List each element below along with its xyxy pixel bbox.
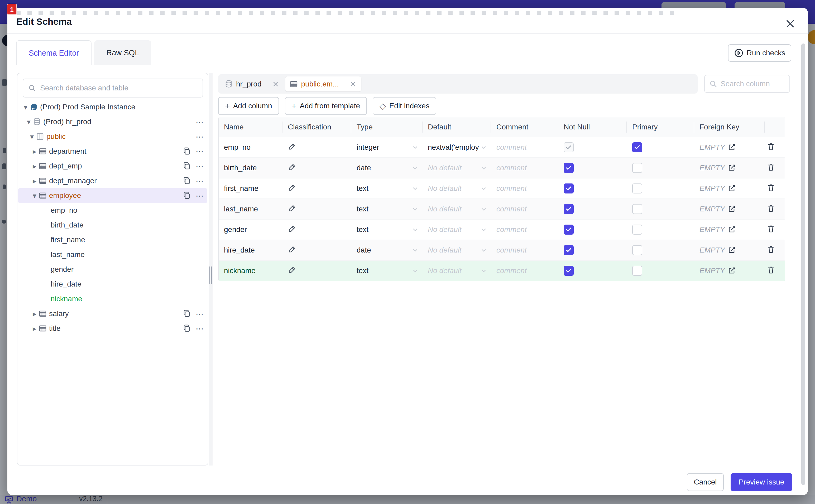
not-null-checkbox[interactable] [564, 163, 574, 173]
more-actions-icon[interactable]: ⋯ [192, 147, 207, 156]
default-cell[interactable]: No default [423, 157, 491, 178]
edit-classification-icon[interactable] [288, 245, 296, 254]
expand-arrow-icon[interactable]: ▾ [28, 132, 36, 141]
delete-row-icon[interactable] [767, 163, 775, 172]
type-cell[interactable]: text [351, 178, 423, 198]
more-actions-icon[interactable]: ⋯ [192, 309, 207, 318]
cancel-button[interactable]: Cancel [687, 473, 724, 491]
not-null-checkbox[interactable] [564, 183, 574, 193]
primary-checkbox[interactable] [632, 204, 642, 214]
close-dialog-button[interactable] [784, 18, 796, 30]
primary-checkbox[interactable] [632, 266, 642, 276]
edit-classification-icon[interactable] [288, 163, 296, 171]
edit-classification-icon[interactable] [288, 142, 296, 151]
expand-arrow-icon[interactable]: ▾ [22, 103, 30, 112]
edit-classification-icon[interactable] [288, 183, 296, 192]
tree-item[interactable]: nickname ⋯ [18, 292, 207, 306]
not-null-checkbox[interactable] [564, 204, 574, 214]
tree-item[interactable]: birth_date ⋯ [18, 218, 207, 232]
tree-item[interactable]: ▸ title ⋯ [18, 321, 207, 336]
tree-item[interactable]: ▾ (Prod) hr_prod ⋯ [18, 114, 207, 129]
tree-item[interactable]: gender ⋯ [18, 262, 207, 277]
close-chip-icon[interactable] [349, 80, 357, 88]
type-cell[interactable]: integer [351, 137, 423, 157]
expand-arrow-icon[interactable]: ▾ [31, 191, 38, 200]
edit-foreign-key-icon[interactable] [727, 205, 736, 213]
delete-row-icon[interactable] [767, 224, 775, 233]
column-name-cell[interactable]: last_name [219, 198, 282, 219]
more-actions-icon[interactable]: ⋯ [192, 117, 207, 127]
comment-cell[interactable]: comment [491, 260, 558, 281]
copy-table-icon[interactable] [181, 309, 192, 318]
comment-cell[interactable]: comment [491, 178, 558, 198]
type-cell[interactable]: text [351, 219, 423, 240]
copy-table-icon[interactable] [181, 324, 192, 333]
tree-item[interactable]: ▸ department ⋯ [18, 144, 207, 159]
type-cell[interactable]: text [351, 260, 423, 281]
edit-foreign-key-icon[interactable] [727, 143, 736, 152]
column-name-cell[interactable]: hire_date [219, 240, 282, 260]
panel-resize-handle[interactable] [209, 73, 212, 466]
default-cell[interactable]: nextval('employ [423, 137, 491, 157]
column-name-cell[interactable]: birth_date [219, 157, 282, 178]
edit-foreign-key-icon[interactable] [727, 246, 736, 254]
expand-arrow-icon[interactable]: ▸ [31, 177, 38, 185]
comment-cell[interactable]: comment [491, 157, 558, 178]
expand-arrow-icon[interactable]: ▾ [25, 118, 33, 126]
expand-arrow-icon[interactable]: ▸ [31, 147, 38, 156]
tab-raw-sql[interactable]: Raw SQL [94, 40, 151, 65]
default-cell[interactable]: No default [423, 178, 491, 198]
copy-table-icon[interactable] [181, 147, 192, 156]
default-cell[interactable]: No default [423, 240, 491, 260]
default-cell[interactable]: No default [423, 260, 491, 281]
action-button[interactable]: + Add from template [285, 97, 367, 115]
not-null-checkbox[interactable] [564, 225, 574, 235]
tree-item[interactable]: ▸ dept_manager ⋯ [18, 173, 207, 188]
column-name-cell[interactable]: first_name [219, 178, 282, 198]
delete-row-icon[interactable] [767, 265, 775, 274]
not-null-checkbox[interactable] [564, 245, 574, 255]
primary-checkbox[interactable] [632, 183, 642, 193]
tree-search-input[interactable]: Search database and table [23, 79, 203, 98]
edit-classification-icon[interactable] [288, 204, 296, 212]
close-chip-icon[interactable] [272, 80, 279, 88]
edit-foreign-key-icon[interactable] [727, 164, 736, 172]
action-button[interactable]: ◇ Edit indexes [373, 97, 436, 115]
type-cell[interactable]: date [351, 240, 423, 260]
delete-row-icon[interactable] [767, 204, 775, 213]
tree-item[interactable]: emp_no ⋯ [18, 203, 207, 218]
primary-checkbox[interactable] [632, 163, 642, 173]
edit-classification-icon[interactable] [288, 225, 296, 233]
more-actions-icon[interactable]: ⋯ [192, 324, 207, 333]
column-name-cell[interactable]: emp_no [219, 137, 282, 157]
editor-tab-chip[interactable]: hr_prod [220, 76, 284, 91]
edit-foreign-key-icon[interactable] [727, 225, 736, 234]
copy-table-icon[interactable] [181, 177, 192, 185]
not-null-checkbox[interactable] [564, 266, 574, 276]
expand-arrow-icon[interactable]: ▸ [31, 162, 38, 171]
comment-cell[interactable]: comment [491, 240, 558, 260]
edit-classification-icon[interactable] [288, 266, 296, 274]
primary-checkbox[interactable] [632, 142, 642, 152]
tree-item[interactable]: ▸ dept_emp ⋯ [18, 159, 207, 173]
tab-schema-editor[interactable]: Schema Editor [16, 40, 91, 65]
action-button[interactable]: + Add column [218, 97, 279, 115]
delete-row-icon[interactable] [767, 142, 775, 151]
primary-checkbox[interactable] [632, 245, 642, 255]
column-search-input[interactable]: Search column [704, 75, 790, 93]
tree-item[interactable]: ▾ (Prod) Prod Sample Instance ⋯ [18, 100, 207, 114]
tree-item[interactable]: ▾ public ⋯ [18, 129, 207, 144]
default-cell[interactable]: No default [423, 198, 491, 219]
default-cell[interactable]: No default [423, 219, 491, 240]
comment-cell[interactable]: comment [491, 137, 558, 157]
more-actions-icon[interactable]: ⋯ [192, 176, 207, 186]
preview-issue-button[interactable]: Preview issue [731, 473, 792, 491]
more-actions-icon[interactable]: ⋯ [192, 132, 207, 141]
tree-item[interactable]: hire_date ⋯ [18, 277, 207, 292]
tree-item[interactable]: ▾ employee ⋯ [18, 188, 207, 203]
expand-arrow-icon[interactable]: ▸ [31, 309, 38, 318]
dialog-scrollbar[interactable] [801, 43, 805, 485]
edit-foreign-key-icon[interactable] [727, 266, 736, 275]
editor-tab-chip[interactable]: public.em... [285, 76, 361, 91]
copy-table-icon[interactable] [181, 162, 192, 170]
